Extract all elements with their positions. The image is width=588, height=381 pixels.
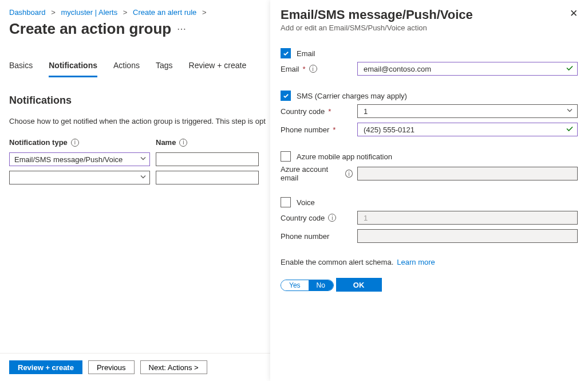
email-checkbox[interactable] — [281, 48, 291, 58]
info-icon[interactable]: i — [309, 65, 317, 73]
notification-name-input-0[interactable] — [156, 152, 259, 166]
next-button[interactable]: Next: Actions > — [140, 360, 207, 374]
country-code-select[interactable] — [357, 104, 578, 118]
learn-more-link[interactable]: Learn more — [397, 258, 435, 266]
breadcrumb: Dashboard > mycluster | Alerts > Create … — [9, 8, 270, 17]
col-header-type: Notification type — [9, 138, 68, 147]
azure-account-email-input — [357, 167, 578, 180]
review-create-button[interactable]: Review + create — [9, 360, 82, 374]
tabs: Basics Notifications Actions Tags Review… — [9, 61, 270, 77]
phone-number-input[interactable] — [357, 123, 578, 136]
info-icon[interactable]: i — [71, 139, 79, 147]
flyout-subtitle: Add or edit an Email/SMS/Push/Voice acti… — [281, 23, 473, 32]
required-icon: * — [328, 107, 331, 116]
info-icon[interactable]: i — [179, 139, 187, 147]
notification-name-input-1[interactable] — [156, 171, 259, 184]
breadcrumb-dashboard[interactable]: Dashboard — [9, 8, 46, 17]
ok-button[interactable]: OK — [336, 278, 382, 292]
voice-phone-input — [357, 229, 578, 243]
tab-review[interactable]: Review + create — [189, 61, 247, 77]
flyout-panel: Email/SMS message/Push/Voice Add or edit… — [270, 0, 588, 381]
country-code-label: Country code — [281, 107, 325, 116]
email-field-label: Email — [281, 65, 299, 73]
voice-check-label: Voice — [297, 198, 315, 207]
toggle-no[interactable]: No — [309, 280, 333, 290]
info-icon[interactable]: i — [345, 170, 353, 178]
breadcrumb-create-rule[interactable]: Create an alert rule — [133, 8, 196, 17]
tab-notifications[interactable]: Notifications — [49, 61, 97, 77]
voice-checkbox[interactable] — [281, 197, 291, 207]
notification-type-select-0[interactable]: Email/SMS message/Push/Voice — [9, 152, 150, 166]
voice-country-code-label: Country code — [281, 214, 325, 222]
phone-number-label: Phone number — [281, 125, 329, 134]
flyout-title: Email/SMS message/Push/Voice — [281, 7, 473, 22]
toggle-yes[interactable]: Yes — [281, 280, 309, 290]
azure-account-email-label: Azure account email — [281, 165, 342, 182]
section-title: Notifications — [9, 95, 270, 107]
voice-phone-label: Phone number — [281, 232, 329, 241]
chevron-down-icon — [140, 174, 147, 182]
valid-check-icon — [566, 125, 574, 135]
page-title: Create an action group — [9, 20, 171, 38]
chevron-down-icon — [140, 155, 147, 164]
email-check-label: Email — [297, 49, 315, 58]
push-check-label: Azure mobile app notification — [297, 152, 392, 161]
email-input[interactable] — [357, 62, 578, 76]
col-header-name: Name — [156, 138, 176, 147]
close-icon[interactable]: ✕ — [570, 7, 578, 19]
schema-toggle[interactable]: Yes No — [281, 280, 334, 291]
tab-tags[interactable]: Tags — [156, 61, 173, 77]
push-checkbox[interactable] — [281, 151, 291, 162]
breadcrumb-cluster[interactable]: mycluster | Alerts — [61, 8, 117, 17]
info-icon[interactable]: i — [328, 214, 336, 222]
previous-button[interactable]: Previous — [88, 360, 135, 374]
more-menu-icon[interactable]: ⋯ — [177, 23, 186, 34]
notification-type-value-0: Email/SMS message/Push/Voice — [14, 155, 123, 164]
required-icon: * — [333, 125, 336, 134]
section-desc: Choose how to get notified when the acti… — [9, 117, 270, 125]
schema-text: Enable the common alert schema. — [281, 258, 393, 266]
sms-checkbox[interactable] — [281, 91, 291, 101]
sms-check-label: SMS (Carrier charges may apply) — [297, 92, 407, 100]
tab-basics[interactable]: Basics — [9, 61, 33, 77]
notification-type-select-1[interactable] — [9, 171, 150, 184]
required-icon: * — [303, 65, 306, 73]
voice-country-code-input — [357, 211, 578, 225]
valid-check-icon — [566, 64, 574, 74]
tab-actions[interactable]: Actions — [113, 61, 140, 77]
